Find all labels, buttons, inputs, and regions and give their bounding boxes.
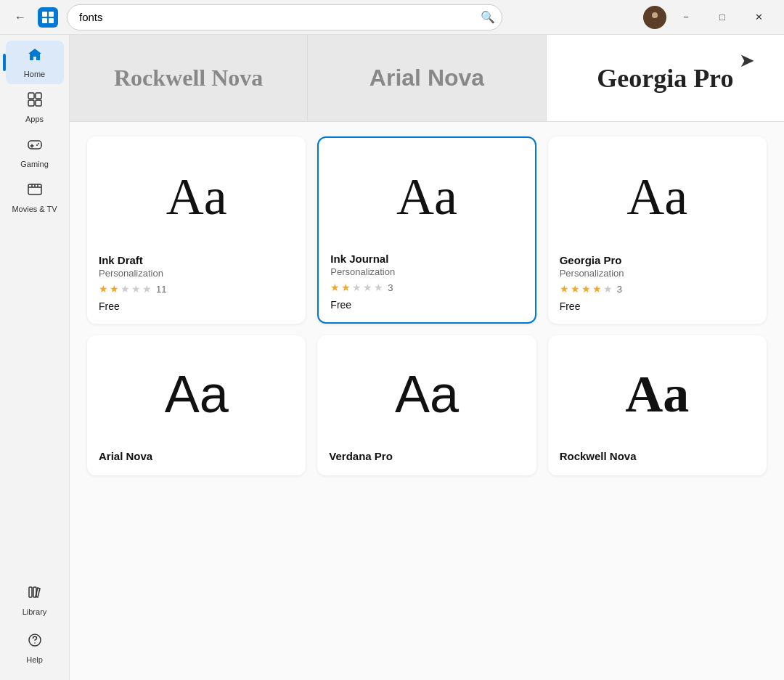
banner-rockwell-label: Rockwell Nova <box>114 65 263 91</box>
font-preview-rockwell-nova: Aa <box>625 364 689 425</box>
sidebar-item-label-home: Home <box>24 70 45 78</box>
sidebar-item-label-library: Library <box>23 607 47 616</box>
card-info-ink-journal: Ink Journal Personalization ★ ★ ★ ★ ★ 3 … <box>330 253 523 311</box>
card-category-ink-draft: Personalization <box>99 268 294 279</box>
svg-rect-0 <box>42 12 47 17</box>
svg-rect-6 <box>36 93 41 99</box>
star5: ★ <box>603 283 613 295</box>
svg-rect-8 <box>36 100 41 106</box>
help-icon <box>27 632 43 652</box>
banner-arial-label: Arial Nova <box>369 65 484 91</box>
font-preview-ink-draft: Aa <box>166 167 227 227</box>
star3: ★ <box>121 283 130 295</box>
card-preview-ink-draft: Aa <box>99 148 294 245</box>
titlebar: ← fonts 🔍 − □ ✕ <box>0 0 784 35</box>
font-preview-verdana-pro: Aa <box>395 364 459 424</box>
app-card-ink-journal[interactable]: Aa Ink Journal Personalization ★ ★ ★ ★ ★… <box>317 136 536 324</box>
apps-icon <box>27 91 43 112</box>
movies-icon <box>27 181 43 202</box>
star5: ★ <box>142 283 152 295</box>
card-info-arial-nova: Arial Nova <box>99 450 294 464</box>
star3: ★ <box>581 283 591 295</box>
star2: ★ <box>571 283 580 295</box>
star3: ★ <box>352 282 362 293</box>
sidebar: Home Apps <box>0 35 70 680</box>
back-icon: ← <box>15 11 26 24</box>
star1: ★ <box>560 283 569 295</box>
font-preview-arial-nova: Aa <box>165 364 229 424</box>
star1: ★ <box>99 283 108 295</box>
svg-rect-19 <box>29 587 32 597</box>
main-layout: Home Apps <box>0 35 784 680</box>
star2: ★ <box>341 282 351 293</box>
card-info-rockwell-nova: Rockwell Nova <box>560 450 755 464</box>
svg-rect-9 <box>28 141 41 149</box>
star4: ★ <box>592 283 602 295</box>
svg-rect-7 <box>28 100 34 106</box>
svg-rect-2 <box>42 18 47 23</box>
rating-count-georgia-pro: 3 <box>617 284 622 295</box>
card-name-ink-journal: Ink Journal <box>330 253 523 265</box>
app-card-verdana-pro[interactable]: Aa Verdana Pro <box>317 335 536 475</box>
app-card-rockwell-nova[interactable]: Aa Rockwell Nova <box>548 335 767 475</box>
svg-point-22 <box>34 642 36 644</box>
svg-point-12 <box>36 144 38 146</box>
search-icon: 🔍 <box>481 11 495 23</box>
search-bar: fonts 🔍 <box>67 4 502 30</box>
banner-arial[interactable]: Arial Nova <box>308 35 546 121</box>
avatar[interactable] <box>643 6 666 29</box>
card-preview-ink-journal: Aa <box>330 149 523 244</box>
banner-georgia[interactable]: Georgia Pro ➤ <box>547 35 784 121</box>
store-logo <box>38 7 58 28</box>
sidebar-item-label-help: Help <box>26 655 43 664</box>
sidebar-item-movies[interactable]: Movies & TV <box>6 176 64 219</box>
font-preview-georgia-pro: Aa <box>626 167 687 227</box>
close-button[interactable]: ✕ <box>742 4 775 30</box>
star2: ★ <box>110 283 119 295</box>
rating-count-ink-journal: 3 <box>388 282 393 293</box>
svg-rect-5 <box>28 93 34 99</box>
card-category-ink-journal: Personalization <box>330 266 523 277</box>
banner-georgia-label: Georgia Pro <box>597 63 733 94</box>
sidebar-item-label-movies: Movies & TV <box>12 205 57 213</box>
minimize-button[interactable]: − <box>669 4 703 30</box>
cursor-icon: ➤ <box>739 49 755 72</box>
card-name-georgia-pro: Georgia Pro <box>560 254 755 266</box>
app-card-ink-draft[interactable]: Aa Ink Draft Personalization ★ ★ ★ ★ ★ 1… <box>87 136 306 324</box>
search-button[interactable]: 🔍 <box>481 10 495 24</box>
gaming-icon <box>27 136 43 157</box>
sidebar-item-library[interactable]: Library <box>6 578 64 622</box>
card-preview-georgia-pro: Aa <box>560 148 755 245</box>
card-price-georgia-pro: Free <box>560 300 755 312</box>
search-input[interactable]: fonts <box>67 4 502 30</box>
sidebar-item-home[interactable]: Home <box>6 41 64 84</box>
back-button[interactable]: ← <box>9 6 32 29</box>
close-icon: ✕ <box>755 12 763 22</box>
svg-rect-1 <box>49 12 54 17</box>
card-info-georgia-pro: Georgia Pro Personalization ★ ★ ★ ★ ★ 3 … <box>560 254 755 312</box>
star1: ★ <box>330 282 340 293</box>
app-card-georgia-pro[interactable]: Aa Georgia Pro Personalization ★ ★ ★ ★ ★… <box>548 136 767 324</box>
font-preview-ink-journal: Aa <box>396 167 457 227</box>
rating-count-ink-draft: 11 <box>156 284 166 295</box>
app-card-arial-nova[interactable]: Aa Arial Nova <box>87 335 306 475</box>
card-stars-ink-draft: ★ ★ ★ ★ ★ 11 <box>99 283 294 295</box>
svg-point-13 <box>38 143 39 144</box>
star4: ★ <box>131 283 141 295</box>
maximize-icon: □ <box>719 12 725 22</box>
card-category-georgia-pro: Personalization <box>560 268 755 279</box>
card-preview-arial-nova: Aa <box>99 347 294 441</box>
titlebar-right: − □ ✕ <box>643 4 775 30</box>
minimize-icon: − <box>683 12 689 22</box>
sidebar-item-help[interactable]: Help <box>6 626 64 670</box>
sidebar-item-label-gaming: Gaming <box>20 160 49 168</box>
library-icon <box>27 584 43 605</box>
sidebar-item-apps[interactable]: Apps <box>6 86 64 129</box>
nav-controls: ← <box>9 6 58 29</box>
banner-rockwell[interactable]: Rockwell Nova <box>70 35 308 121</box>
card-preview-verdana-pro: Aa <box>329 347 524 441</box>
sidebar-item-gaming[interactable]: Gaming <box>6 131 64 174</box>
card-stars-ink-journal: ★ ★ ★ ★ ★ 3 <box>330 282 523 293</box>
sidebar-item-label-apps: Apps <box>25 115 44 123</box>
maximize-button[interactable]: □ <box>706 4 739 30</box>
